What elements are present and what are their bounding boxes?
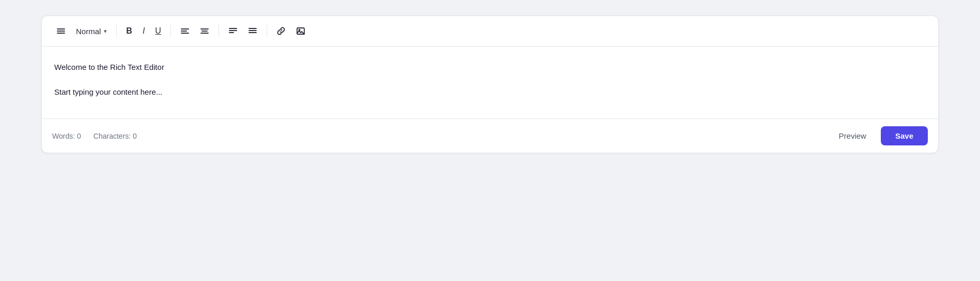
align-left-button[interactable] [176, 23, 194, 39]
link-button[interactable] [272, 23, 290, 39]
separator-4 [267, 25, 267, 37]
menu-icon-button[interactable] [52, 23, 70, 39]
justify-button[interactable] [244, 23, 261, 39]
separator-1 [116, 25, 117, 37]
rich-text-editor: Normal ▾ B I U [41, 16, 939, 153]
content-line-1: Welcome to the Rich Text Editor [54, 61, 926, 73]
justify-left-button[interactable] [224, 23, 242, 39]
save-button[interactable]: Save [881, 126, 928, 145]
footer-actions: Preview Save [833, 126, 928, 145]
words-label: Words: 0 [52, 132, 81, 140]
svg-point-16 [299, 29, 300, 31]
style-dropdown[interactable]: Normal ▾ [72, 24, 111, 39]
content-line-2: Start typing your content here... [54, 86, 926, 98]
image-button[interactable] [292, 23, 309, 39]
preview-button[interactable]: Preview [833, 127, 873, 144]
bold-button[interactable]: B [122, 24, 136, 38]
underline-button[interactable]: U [151, 24, 165, 38]
editor-footer: Words: 0 Characters: 0 Preview Save [42, 119, 938, 153]
style-label: Normal [76, 27, 101, 36]
separator-3 [219, 25, 219, 37]
align-center-button[interactable] [196, 23, 213, 39]
word-count-area: Words: 0 Characters: 0 [52, 132, 137, 140]
characters-label: Characters: 0 [94, 132, 137, 140]
italic-button[interactable]: I [138, 24, 149, 38]
toolbar: Normal ▾ B I U [42, 16, 938, 47]
editor-content[interactable]: Welcome to the Rich Text Editor Start ty… [42, 47, 938, 119]
chevron-down-icon: ▾ [104, 28, 107, 35]
separator-2 [170, 25, 171, 37]
